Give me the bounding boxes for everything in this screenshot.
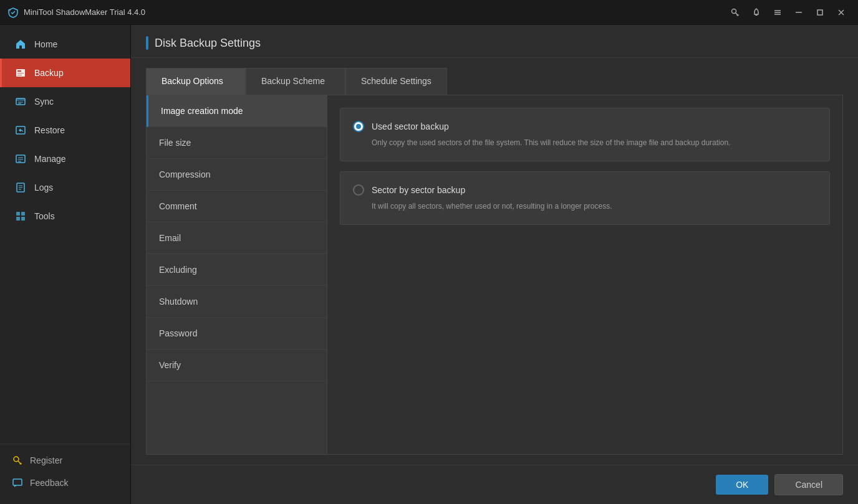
svg-rect-30 — [13, 479, 22, 485]
tab-backup-scheme[interactable]: Backup Scheme — [246, 68, 345, 95]
svg-rect-9 — [17, 70, 21, 72]
app-body: Home Backup — [0, 25, 858, 504]
sidebar-label-backup: Backup — [34, 68, 64, 78]
cancel-button[interactable]: Cancel — [774, 474, 843, 495]
sidebar-label-sync: Sync — [34, 97, 54, 107]
page-title: Disk Backup Settings — [155, 37, 261, 50]
ok-button[interactable]: OK — [716, 475, 768, 495]
radio-label-used-sector: Used sector backup — [372, 121, 449, 131]
maximize-button[interactable] — [811, 3, 829, 22]
tools-icon — [14, 210, 27, 222]
main-content: Disk Backup Settings Backup Options Back… — [131, 25, 858, 504]
page-title-bar: Disk Backup Settings — [131, 25, 858, 58]
svg-rect-5 — [817, 10, 822, 15]
manage-icon — [14, 153, 27, 165]
radio-card-sector-by-sector[interactable]: Sector by sector backup It will copy all… — [340, 171, 830, 225]
sidebar-label-tools: Tools — [34, 211, 55, 221]
sidebar-label-manage: Manage — [34, 154, 66, 164]
svg-rect-13 — [16, 98, 25, 101]
logs-icon — [14, 181, 27, 194]
radio-label-sector-by-sector: Sector by sector backup — [372, 185, 465, 195]
sidebar-bottom: Register Feedback — [0, 444, 130, 504]
option-file-size[interactable]: File size — [147, 127, 327, 159]
sidebar-label-logs: Logs — [34, 183, 53, 193]
notification-button[interactable] — [747, 3, 766, 22]
close-button[interactable] — [832, 3, 851, 22]
menu-button[interactable] — [768, 3, 787, 22]
option-compression[interactable]: Compression — [147, 159, 327, 191]
option-comment[interactable]: Comment — [147, 191, 327, 222]
options-panel: Image creation mode File size Compressio… — [147, 95, 327, 454]
svg-point-29 — [14, 457, 19, 462]
option-image-creation-mode[interactable]: Image creation mode — [147, 95, 327, 127]
option-verify[interactable]: Verify — [147, 349, 327, 381]
settings-panel: Used sector backup Only copy the used se… — [327, 95, 842, 454]
option-excluding[interactable]: Excluding — [147, 254, 327, 286]
sidebar-item-logs[interactable]: Logs — [0, 173, 130, 202]
sidebar-item-home[interactable]: Home — [0, 30, 130, 59]
home-icon — [14, 38, 27, 50]
radio-desc-used-sector: Only copy the used sectors of the file s… — [353, 137, 817, 148]
svg-rect-25 — [16, 212, 20, 216]
minimize-button[interactable] — [789, 3, 808, 22]
radio-header-used-sector: Used sector backup — [353, 121, 817, 132]
sidebar-item-tools[interactable]: Tools — [0, 202, 130, 231]
register-label: Register — [30, 455, 62, 465]
title-accent — [146, 36, 148, 50]
radio-sector-by-sector-indicator — [353, 184, 364, 196]
dialog-area: Backup Options Backup Scheme Schedule Se… — [131, 58, 858, 465]
tab-backup-options[interactable]: Backup Options — [146, 68, 246, 95]
radio-desc-sector-by-sector: It will copy all sectors, whether used o… — [353, 201, 817, 212]
svg-rect-27 — [16, 217, 20, 221]
sidebar-item-backup[interactable]: Backup — [0, 59, 130, 87]
titlebar-left: MiniTool ShadowMaker Trial 4.4.0 — [7, 7, 145, 18]
svg-rect-10 — [17, 73, 24, 74]
sidebar-item-register[interactable]: Register — [0, 449, 130, 472]
sidebar-item-manage[interactable]: Manage — [0, 145, 130, 173]
option-email[interactable]: Email — [147, 222, 327, 254]
radio-used-sector-indicator — [353, 121, 364, 132]
tab-schedule-settings[interactable]: Schedule Settings — [345, 68, 447, 95]
feedback-icon — [12, 478, 22, 488]
svg-rect-28 — [21, 217, 25, 221]
radio-card-used-sector[interactable]: Used sector backup Only copy the used se… — [340, 108, 830, 161]
titlebar-controls — [726, 3, 851, 22]
dialog-body: Image creation mode File size Compressio… — [146, 95, 843, 455]
titlebar: MiniTool ShadowMaker Trial 4.4.0 — [0, 0, 858, 25]
app-logo-icon — [7, 7, 19, 18]
tab-bar: Backup Options Backup Scheme Schedule Se… — [146, 68, 843, 95]
app-title: MiniTool ShadowMaker Trial 4.4.0 — [24, 7, 145, 17]
option-shutdown[interactable]: Shutdown — [147, 286, 327, 318]
radio-header-sector-by-sector: Sector by sector backup — [353, 184, 817, 196]
sidebar-label-restore: Restore — [34, 125, 65, 135]
sync-icon — [14, 95, 27, 108]
svg-rect-11 — [17, 75, 22, 75]
key-button[interactable] — [726, 3, 745, 22]
svg-rect-26 — [21, 212, 25, 216]
sidebar-item-feedback[interactable]: Feedback — [0, 472, 130, 494]
option-password[interactable]: Password — [147, 318, 327, 349]
feedback-label: Feedback — [30, 478, 68, 488]
backup-icon — [14, 67, 27, 79]
key-icon — [12, 455, 22, 465]
restore-icon — [14, 124, 27, 136]
sidebar-nav: Home Backup — [0, 30, 130, 444]
sidebar-item-restore[interactable]: Restore — [0, 116, 130, 145]
svg-point-0 — [732, 9, 736, 13]
sidebar-item-sync[interactable]: Sync — [0, 87, 130, 116]
sidebar-label-home: Home — [34, 39, 57, 49]
sidebar: Home Backup — [0, 25, 131, 504]
svg-rect-4 — [796, 12, 802, 13]
dialog-footer: OK Cancel — [131, 465, 858, 504]
